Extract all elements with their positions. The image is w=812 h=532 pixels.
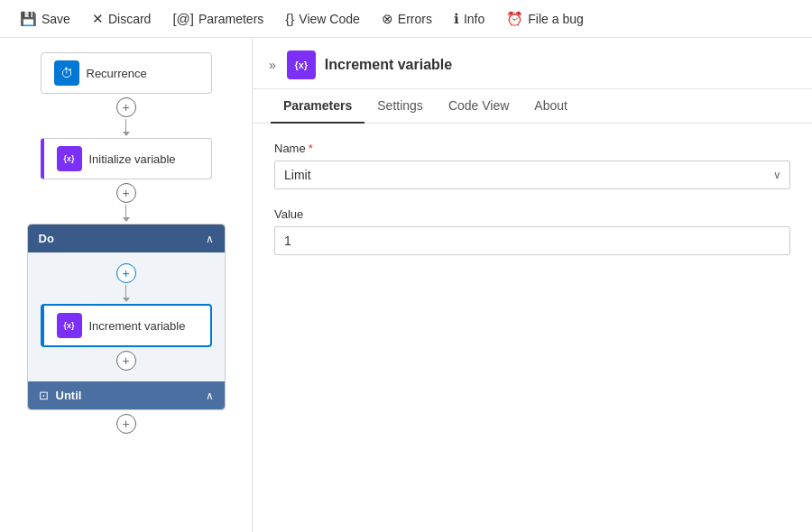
name-label: Name *	[274, 142, 790, 155]
tab-bar: Parameters Settings Code View About	[253, 89, 812, 124]
bottom-connector: +	[116, 412, 136, 436]
value-label: Value	[274, 207, 790, 221]
panel-node-icon: {x}	[287, 50, 316, 79]
line-1	[125, 119, 126, 132]
inner-line-1	[125, 285, 126, 298]
file-bug-label: File a bug	[528, 12, 583, 26]
flow-container: ⏱ Recurrence + {x} Initialize variable +	[18, 52, 234, 437]
do-label: Do	[39, 232, 54, 245]
name-select[interactable]: Limit	[274, 161, 790, 189]
do-header[interactable]: Do ∧	[28, 225, 225, 252]
errors-label: Errors	[398, 12, 432, 26]
inner-connector-2: +	[116, 349, 136, 372]
name-form-group: Name * Limit ∨	[274, 142, 790, 189]
main-layout: ⏱ Recurrence + {x} Initialize variable +	[0, 38, 812, 532]
file-bug-button[interactable]: ⏰ File a bug	[497, 7, 592, 31]
save-icon: 💾	[20, 11, 37, 27]
increment-variable-node[interactable]: {x} Increment variable	[41, 304, 212, 347]
loop-wrapper: Do ∧ + {x} Increment variable	[27, 224, 226, 410]
increment-variable-label: Increment variable	[89, 319, 186, 333]
save-button[interactable]: 💾 Save	[11, 7, 79, 31]
discard-button[interactable]: ✕ Discard	[83, 7, 160, 31]
save-label: Save	[42, 12, 70, 26]
tab-code-view[interactable]: Code View	[436, 89, 521, 124]
errors-button[interactable]: ⊗ Errors	[373, 7, 441, 31]
tab-settings[interactable]: Settings	[364, 89, 436, 124]
expand-icon[interactable]: »	[267, 56, 278, 74]
init-variable-node[interactable]: {x} Initialize variable	[41, 138, 212, 179]
line-2	[125, 205, 126, 217]
until-header[interactable]: ⊡ Until ∧	[28, 381, 225, 409]
until-icon: ⊡	[39, 389, 49, 402]
info-label: Info	[464, 12, 484, 26]
flow-canvas: ⏱ Recurrence + {x} Initialize variable +	[0, 38, 253, 532]
tab-about[interactable]: About	[521, 89, 580, 124]
panel-title: Increment variable	[325, 57, 452, 73]
connector-1: +	[116, 96, 136, 136]
info-icon: ℹ	[454, 11, 459, 27]
bug-icon: ⏰	[506, 11, 523, 27]
required-star: *	[309, 142, 313, 155]
do-chevron-icon[interactable]: ∧	[206, 233, 214, 245]
view-code-button[interactable]: {} View Code	[276, 7, 368, 30]
discard-label: Discard	[108, 12, 151, 26]
increment-variable-icon: {x}	[57, 313, 82, 338]
init-variable-icon: {x}	[57, 146, 82, 171]
panel-header: » {x} Increment variable	[253, 38, 812, 89]
right-panel: » {x} Increment variable Parameters Sett…	[253, 38, 812, 532]
inner-add-btn-2[interactable]: +	[116, 351, 136, 371]
add-btn-1[interactable]: +	[116, 97, 136, 117]
inner-connector-1: +	[116, 261, 136, 302]
value-form-group: Value	[274, 207, 790, 255]
discard-icon: ✕	[92, 11, 104, 27]
view-code-label: View Code	[299, 12, 359, 26]
info-button[interactable]: ℹ Info	[445, 7, 494, 31]
arrow-1	[123, 132, 130, 136]
init-variable-label: Initialize variable	[89, 152, 176, 166]
recurrence-icon: ⏱	[54, 60, 79, 86]
inner-add-btn-1[interactable]: +	[116, 263, 136, 283]
parameters-button[interactable]: [@] Parameters	[163, 7, 272, 30]
until-chevron-icon[interactable]: ∧	[206, 390, 214, 402]
bottom-add-btn[interactable]: +	[116, 414, 136, 434]
parameters-icon: [@]	[172, 11, 194, 26]
errors-icon: ⊗	[382, 11, 393, 27]
recurrence-label: Recurrence	[87, 67, 147, 80]
add-btn-2[interactable]: +	[116, 183, 136, 203]
recurrence-node[interactable]: ⏱ Recurrence	[41, 52, 212, 94]
loop-inner: + {x} Increment variable +	[28, 252, 225, 381]
toolbar: 💾 Save ✕ Discard [@] Parameters {} View …	[0, 0, 812, 38]
until-label: Until	[56, 389, 82, 402]
parameters-label: Parameters	[198, 12, 263, 26]
inner-arrow-1	[123, 298, 130, 302]
tab-parameters[interactable]: Parameters	[271, 89, 364, 124]
view-code-icon: {}	[285, 11, 294, 26]
connector-2: +	[116, 181, 136, 222]
arrow-2	[123, 217, 130, 222]
name-select-wrapper: Limit ∨	[274, 161, 790, 189]
value-input[interactable]	[274, 226, 790, 255]
form-content: Name * Limit ∨ Value	[253, 124, 812, 532]
